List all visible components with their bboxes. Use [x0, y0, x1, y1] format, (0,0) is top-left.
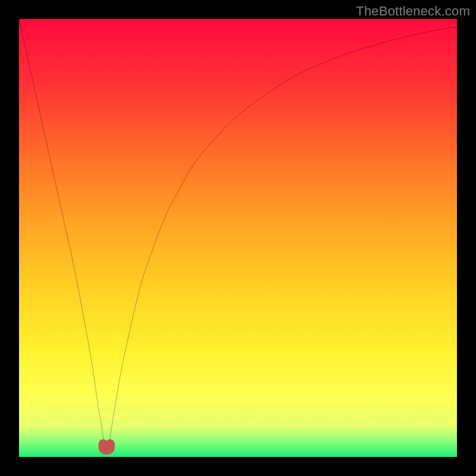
- watermark-text: TheBottleneck.com: [356, 4, 470, 19]
- plot-area: [19, 19, 457, 457]
- outer-frame: TheBottleneck.com: [0, 0, 476, 476]
- bottleneck-curve: [19, 19, 457, 457]
